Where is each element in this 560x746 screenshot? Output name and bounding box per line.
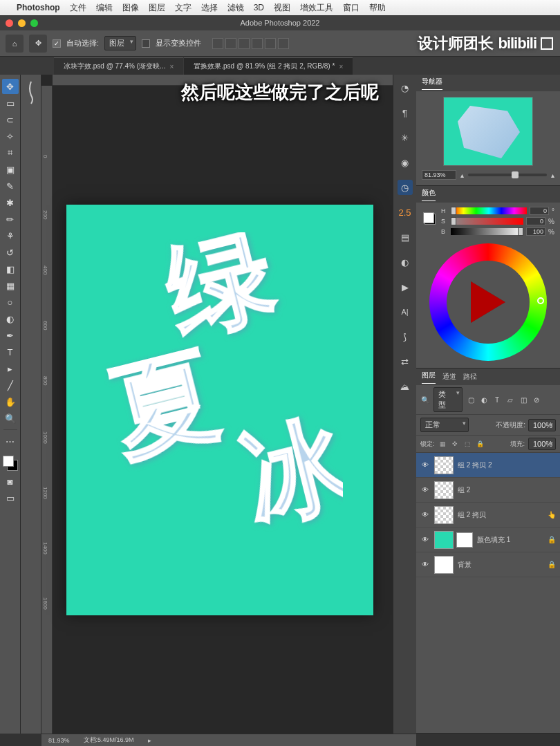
- paragraph-icon[interactable]: ¶: [398, 105, 413, 120]
- color-tab[interactable]: 颜色: [422, 188, 436, 201]
- properties-icon[interactable]: ◔: [398, 80, 413, 95]
- magic-wand-tool[interactable]: ✧: [2, 129, 19, 144]
- close-button[interactable]: [6, 19, 13, 27]
- align-center-v-icon[interactable]: [265, 38, 276, 49]
- visibility-icon[interactable]: 👁: [420, 536, 430, 543]
- align-bottom-icon[interactable]: [278, 38, 289, 49]
- menu-plugins[interactable]: 增效工具: [300, 2, 333, 14]
- edit-toolbar-icon[interactable]: ⋯: [2, 433, 19, 449]
- filter-shape-icon[interactable]: ▱: [505, 395, 515, 404]
- zoom-slider[interactable]: [468, 174, 547, 176]
- layer-row[interactable]: 👁 背景 🔒: [416, 552, 560, 577]
- layer-row[interactable]: 👁 组 2 拷贝 👆: [416, 503, 560, 528]
- home-button[interactable]: ⌂: [6, 35, 24, 53]
- align-top-icon[interactable]: [252, 38, 263, 49]
- canvas-area[interactable]: 0 200 400 600 800 1000 1200 1400 1600 绿 …: [41, 75, 393, 734]
- layer-thumbnail[interactable]: [434, 556, 454, 574]
- paths-tab[interactable]: 路径: [463, 372, 477, 382]
- blur-tool[interactable]: ○: [2, 295, 19, 310]
- menu-help[interactable]: 帮助: [369, 2, 386, 14]
- zoom-button[interactable]: [30, 19, 38, 27]
- layer-thumbnail[interactable]: [434, 506, 454, 524]
- app-name[interactable]: Photoshop: [17, 3, 60, 12]
- document-tab[interactable]: 置换效果.psd @ 81.9% (组 2 拷贝 2, RGB/8) * ×: [184, 57, 353, 75]
- layer-name[interactable]: 组 2 拷贝: [458, 510, 543, 520]
- status-chevron-icon[interactable]: ▸: [148, 737, 151, 744]
- gradient-tool[interactable]: ▦: [2, 278, 19, 293]
- color-wheel[interactable]: [429, 243, 547, 361]
- filter-smart-icon[interactable]: ◫: [519, 395, 528, 404]
- status-doc-size[interactable]: 文档:5.49M/16.9M: [84, 736, 134, 745]
- close-tab-icon[interactable]: ×: [169, 63, 174, 71]
- move-tool[interactable]: ✥: [2, 79, 19, 94]
- adjustments-icon[interactable]: ◐: [398, 254, 413, 270]
- brush-preview[interactable]: [23, 79, 39, 106]
- navigator-tab[interactable]: 导航器: [422, 77, 442, 90]
- character-icon[interactable]: A|: [398, 304, 413, 319]
- zoom-in-icon[interactable]: ▴: [551, 171, 554, 179]
- zoom-tool[interactable]: 🔍: [2, 411, 19, 426]
- menu-view[interactable]: 视图: [274, 2, 290, 14]
- history-brush-tool[interactable]: ↺: [2, 245, 19, 260]
- lasso-tool[interactable]: ⊂: [2, 112, 19, 127]
- layer-row[interactable]: 👁 组 2: [416, 478, 560, 503]
- ruler-vertical[interactable]: 0 200 400 600 800 1000 1200 1400 1600: [41, 86, 53, 734]
- glyphs-icon[interactable]: ⟆: [398, 329, 413, 344]
- transform-checkbox[interactable]: [142, 39, 150, 48]
- sat-slider[interactable]: [451, 218, 523, 225]
- path-select-tool[interactable]: ▸: [2, 361, 19, 376]
- close-tab-icon[interactable]: ×: [339, 63, 343, 71]
- menu-layer[interactable]: 图层: [149, 2, 165, 14]
- brush-tool[interactable]: ✏: [2, 212, 19, 227]
- brush-size-value[interactable]: 2.5: [398, 205, 413, 220]
- hue-input[interactable]: [530, 207, 549, 215]
- layer-name[interactable]: 组 2: [458, 485, 556, 495]
- lock-pixels-icon[interactable]: ▦: [438, 440, 447, 449]
- auto-select-checkbox[interactable]: ✓: [53, 39, 61, 48]
- layer-row[interactable]: 👁 颜色填充 1 🔒: [416, 528, 560, 552]
- swatches-icon[interactable]: ▤: [398, 230, 413, 245]
- quickmask-icon[interactable]: ◙: [2, 474, 19, 489]
- color-swatch-pair[interactable]: [422, 211, 437, 226]
- minimize-button[interactable]: [18, 19, 26, 27]
- document-tab[interactable]: 冰块字效.psd @ 77.4% (渐变映... ×: [54, 57, 183, 75]
- hue-slider[interactable]: [451, 207, 527, 214]
- menu-text[interactable]: 文字: [175, 2, 192, 14]
- filter-type-icon[interactable]: T: [492, 395, 502, 404]
- eraser-tool[interactable]: ◧: [2, 261, 19, 277]
- bri-input[interactable]: [526, 227, 545, 236]
- histogram-icon[interactable]: ⛰: [398, 379, 413, 394]
- lock-artboard-icon[interactable]: ⬚: [463, 440, 472, 449]
- lock-all-icon[interactable]: 🔒: [476, 440, 485, 449]
- menu-edit[interactable]: 编辑: [96, 2, 113, 14]
- healing-tool[interactable]: ✱: [2, 195, 19, 210]
- hand-tool[interactable]: ✋: [2, 394, 19, 409]
- document-canvas[interactable]: 绿 夏 冰: [66, 205, 373, 615]
- eyedropper-tool[interactable]: ✎: [2, 178, 19, 194]
- play-icon[interactable]: ▶: [398, 279, 413, 295]
- color-swatches[interactable]: [1, 454, 19, 472]
- align-right-icon[interactable]: [239, 38, 250, 49]
- layer-row[interactable]: 👁 组 2 拷贝 2: [416, 453, 560, 478]
- search-icon[interactable]: 🔍: [420, 395, 430, 404]
- color-icon[interactable]: ◉: [398, 155, 413, 170]
- layer-thumbnail[interactable]: [434, 531, 454, 549]
- move-tool-icon[interactable]: ✥: [29, 35, 47, 53]
- filter-type-dropdown[interactable]: 类型: [433, 387, 463, 412]
- loading-icon[interactable]: ✳: [398, 130, 413, 145]
- menu-filter[interactable]: 滤镜: [227, 2, 244, 14]
- stamp-tool[interactable]: ⚘: [2, 228, 19, 243]
- layer-mask-thumbnail[interactable]: [456, 532, 473, 548]
- visibility-icon[interactable]: 👁: [420, 561, 430, 568]
- menu-3d[interactable]: 3D: [254, 3, 264, 12]
- crop-tool[interactable]: ⌗: [2, 145, 19, 160]
- visibility-icon[interactable]: 👁: [420, 461, 430, 469]
- channels-tab[interactable]: 通道: [442, 372, 456, 382]
- shape-tool[interactable]: ╱: [2, 377, 19, 393]
- menu-image[interactable]: 图像: [122, 2, 139, 14]
- opacity-dropdown[interactable]: 100%: [528, 419, 556, 431]
- menu-select[interactable]: 选择: [201, 2, 218, 14]
- navigator-thumbnail[interactable]: [443, 97, 533, 166]
- filter-toggle-icon[interactable]: ⊘: [532, 395, 541, 404]
- layers-tab[interactable]: 图层: [422, 371, 436, 384]
